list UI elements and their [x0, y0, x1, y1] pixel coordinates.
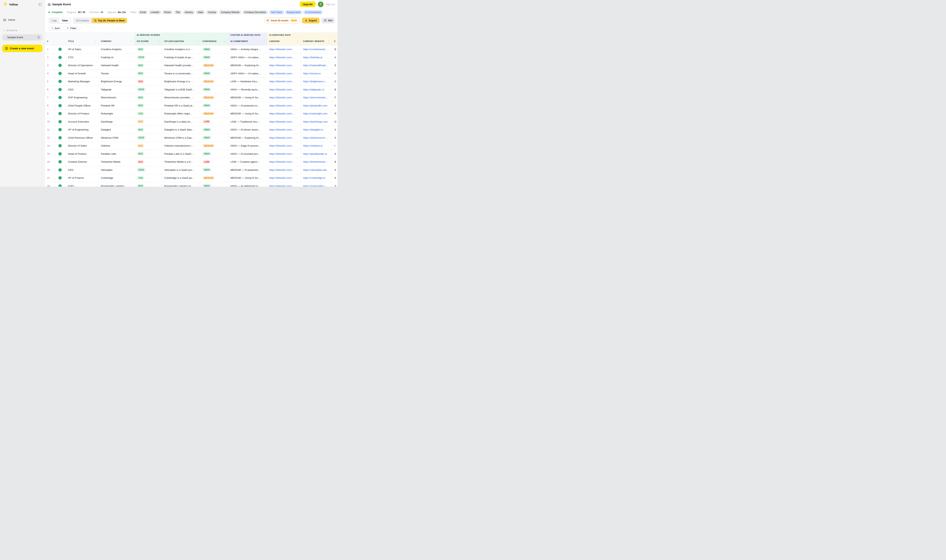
table-row[interactable]: 6iCEOTallypeak10/10Tallypeak is a B2B Sa… — [45, 86, 337, 94]
column-menu-icon[interactable]: ⋮ — [94, 40, 97, 43]
tab-all-contacts[interactable]: All Contacts — [73, 18, 91, 23]
website-link[interactable]: https://foldship.ai — [303, 56, 322, 59]
linkedin-link[interactable]: https://linkedin.com/… — [269, 80, 294, 83]
table-row[interactable]: 3iDirector of OperationsHalowell Health8… — [45, 62, 337, 69]
table-row[interactable]: 10iAccount ExecutiveDashforge4/10Dashfor… — [45, 118, 337, 126]
signout-link[interactable]: Sign out — [326, 3, 335, 6]
linkedin-link[interactable]: https://linkedin.com/… — [269, 48, 294, 51]
table-row[interactable]: 11iVP of EngineeringDataglint9/10Datagli… — [45, 126, 337, 134]
website-link[interactable]: https://parallaxlabs.io — [303, 152, 327, 155]
table-row[interactable]: 7iSVP EngineeringWrenchworks8/10Wrenchwo… — [45, 94, 337, 102]
website-link[interactable]: https://windrosecrm… — [303, 136, 328, 139]
info-icon[interactable]: i — [59, 72, 62, 75]
col-header-num[interactable]: # — [45, 37, 54, 45]
column-menu-icon[interactable]: ⋮ — [296, 40, 299, 43]
linkedin-link[interactable]: https://linkedin.com/… — [269, 64, 294, 67]
table-row[interactable]: 5iMarketing ManagerBrightvane Energy3/10… — [45, 77, 337, 86]
info-icon[interactable]: i — [59, 56, 62, 59]
linkedin-link[interactable]: https://linkedin.com/… — [269, 169, 294, 171]
send-emails-button[interactable]: Send 25 emails Soon — [264, 17, 300, 23]
info-icon[interactable]: i — [59, 120, 62, 123]
website-link[interactable]: https://dataglint.io — [303, 128, 323, 131]
table-row[interactable]: 14iHead of ProductParallax Labs8/10Paral… — [45, 150, 337, 158]
info-icon[interactable]: i — [59, 48, 62, 51]
linkedin-link[interactable]: https://linkedin.com/… — [269, 96, 294, 99]
column-menu-icon[interactable]: ⋮ — [328, 40, 330, 43]
column-menu-icon[interactable]: ⋮ — [130, 40, 133, 43]
linkedin-link[interactable]: https://linkedin.com/… — [269, 136, 294, 139]
delete-event-icon[interactable] — [37, 36, 40, 39]
table-row[interactable]: 17iVP of FinanceCoinbridge7/10Coinbridge… — [45, 174, 337, 182]
column-menu-icon[interactable]: ⋮ — [263, 40, 265, 43]
website-link[interactable]: https://routesmith.c… — [303, 185, 327, 187]
linkedin-link[interactable]: https://linkedin.com/… — [269, 185, 294, 187]
info-icon[interactable]: i — [59, 152, 62, 155]
info-icon[interactable]: i — [59, 136, 62, 139]
website-link[interactable]: https://rulewright.com — [303, 112, 327, 115]
sidebar-item-sample-event[interactable]: Sample Event — [2, 34, 42, 40]
info-icon[interactable]: i — [59, 112, 62, 115]
website-link[interactable]: https://pineleafhr.com — [303, 104, 327, 107]
upgrade-button[interactable]: Upgrade — [300, 2, 316, 7]
table-row[interactable]: 4iHead of GrowthTonara9/10Tonara is a co… — [45, 69, 337, 78]
website-link[interactable]: https://halowellhealt… — [303, 64, 328, 67]
website-link[interactable]: https://voltwise.io — [303, 144, 323, 147]
sidebar-collapse-icon[interactable] — [38, 3, 42, 6]
filter-button[interactable]: Filter — [64, 26, 79, 31]
table-row[interactable]: 1iVP of SalesCrestline Analytics9/10Cres… — [45, 45, 337, 54]
col-header-title[interactable]: TITLE⋮ — [66, 37, 99, 45]
table-row[interactable]: 18iCOORoutesmith Logistics9/10Routesmith… — [45, 182, 337, 187]
website-link[interactable]: https://dashforge.com — [303, 120, 328, 123]
table-row[interactable]: 2iCTOFoldship AI10/10Foldship AI builds … — [45, 54, 337, 62]
export-button[interactable]: Export — [302, 18, 320, 23]
linkedin-link[interactable]: https://linkedin.com/… — [269, 152, 294, 155]
website-link[interactable]: https://timberlineme… — [303, 160, 328, 163]
linkedin-link[interactable]: https://linkedin.com/… — [269, 56, 294, 59]
create-event-button[interactable]: Create a new event — [2, 45, 42, 52]
table-row[interactable]: 9iDirector of ProductRulewright7/10Rulew… — [45, 110, 337, 118]
website-link[interactable]: https://brightvane.c… — [303, 80, 327, 83]
column-menu-icon[interactable]: ⋮ — [196, 40, 199, 43]
table-row[interactable]: 16iCEOVelociplan10/10Velociplan is a Saa… — [45, 166, 337, 174]
linkedin-link[interactable]: https://linkedin.com/… — [269, 104, 294, 107]
col-header-company[interactable]: COMPANY⋮ — [99, 37, 134, 45]
sort-button[interactable]: Sort — [48, 26, 62, 31]
tab-logs[interactable]: Logs — [49, 18, 59, 23]
info-icon[interactable]: i — [59, 176, 62, 180]
table-row[interactable]: 8iChief People OfficerPineleaf HR9/10Pin… — [45, 102, 337, 110]
sidebar-item-home[interactable]: Home — [0, 17, 45, 23]
website-link[interactable]: https://velociplan.dev — [303, 169, 327, 171]
info-icon[interactable]: i — [59, 185, 62, 187]
col-header-cut[interactable]: C — [332, 37, 337, 45]
col-header-company-website[interactable]: COMPANY WEBSITE⋮ — [301, 37, 332, 45]
tab-top-25[interactable]: Top 25: People to Meet — [92, 18, 127, 23]
website-link[interactable]: https://tallypeak.co — [303, 88, 324, 91]
linkedin-link[interactable]: https://linkedin.com/… — [269, 72, 294, 75]
info-icon[interactable]: i — [59, 96, 62, 99]
linkedin-link[interactable]: https://linkedin.com/… — [269, 120, 294, 123]
avatar[interactable]: T — [318, 2, 324, 7]
column-menu-icon[interactable]: ⋮ — [224, 40, 226, 43]
linkedin-link[interactable]: https://linkedin.com/… — [269, 128, 294, 131]
linkedin-link[interactable]: https://linkedin.com/… — [269, 144, 294, 147]
col-header-ai-commitment[interactable]: AI COMMITMENT⋮ — [228, 37, 267, 45]
col-header-icp-explanation[interactable]: ICP EXPLANATION⋮ — [162, 37, 200, 45]
linkedin-link[interactable]: https://linkedin.com/… — [269, 112, 294, 115]
info-icon[interactable]: i — [59, 64, 62, 67]
col-header-info[interactable] — [54, 37, 66, 45]
col-header-confidence[interactable]: CONFIDENCE⋮ — [200, 37, 228, 45]
info-icon[interactable]: i — [59, 80, 62, 83]
col-header-icp-score[interactable]: ICP SCORE⋮ — [134, 37, 162, 45]
col-header-linkedin[interactable]: LINKEDIN⋮ — [267, 37, 301, 45]
linkedin-link[interactable]: https://linkedin.com/… — [269, 177, 294, 179]
website-link[interactable]: https://wrenchworks… — [303, 96, 328, 99]
linkedin-link[interactable]: https://linkedin.com/… — [269, 88, 294, 91]
sidebar-events-header[interactable]: EVENTS — [0, 28, 45, 33]
linkedin-link[interactable]: https://linkedin.com/… — [269, 160, 294, 163]
info-icon[interactable]: i — [59, 168, 62, 172]
info-icon[interactable]: i — [59, 160, 62, 163]
info-icon[interactable]: i — [59, 144, 62, 147]
tab-table[interactable]: Table — [59, 18, 70, 23]
website-link[interactable]: https://crestlineanal… — [303, 48, 328, 51]
table-row[interactable]: 13iDirector of SalesVoltwise5/10Voltwise… — [45, 142, 337, 150]
